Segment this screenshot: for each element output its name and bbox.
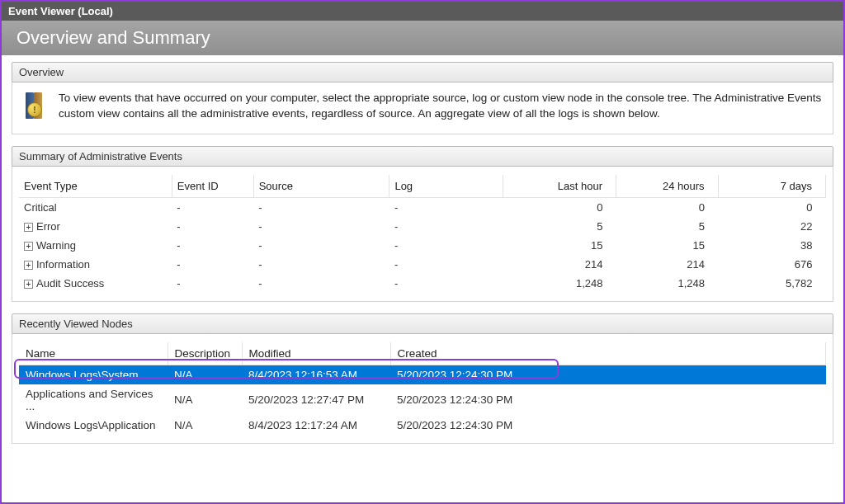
summary-cell: 0 (503, 197, 616, 217)
event-type-label: Critical (24, 201, 57, 214)
summary-cell: 22 (718, 217, 825, 236)
summary-cell: 0 (718, 197, 825, 217)
col-event-id[interactable]: Event ID (172, 175, 253, 198)
overview-book-icon: ! (22, 91, 49, 120)
summary-cell: - (389, 236, 503, 255)
recent-cell: N/A (168, 384, 242, 416)
col-7-days[interactable]: 7 days (718, 175, 825, 198)
summary-cell: 676 (718, 255, 825, 274)
page-header: Overview and Summary (2, 21, 843, 55)
recent-row[interactable]: Windows Logs\SystemN/A8/4/2023 12:16:53 … (19, 365, 826, 384)
summary-cell: 15 (616, 236, 718, 255)
summary-cell: - (389, 197, 503, 217)
overview-body: ! To view events that have occurred on y… (12, 82, 833, 134)
recent-section: Recently Viewed Nodes Name Description M… (12, 313, 833, 444)
recent-header-row: Name Description Modified Created (19, 342, 826, 365)
window-titlebar: Event Viewer (Local) (2, 2, 843, 21)
summary-cell: - (389, 255, 503, 274)
col-log[interactable]: Log (389, 175, 503, 198)
recent-cell: Windows Logs\Application (19, 416, 168, 435)
summary-section: Summary of Administrative Events Event T… (12, 146, 833, 302)
recent-body: Name Description Modified Created Window… (12, 334, 833, 444)
recent-cell: 5/20/2023 12:27:47 PM (242, 384, 390, 416)
col-24-hours[interactable]: 24 hours (616, 175, 718, 198)
recent-cell: N/A (168, 365, 242, 384)
summary-cell: - (253, 197, 389, 217)
summary-cell: 38 (718, 236, 825, 255)
summary-section-header: Summary of Administrative Events (12, 146, 833, 167)
summary-table: Event Type Event ID Source Log Last hour… (19, 175, 826, 293)
expand-icon[interactable]: + (24, 242, 33, 251)
summary-cell: 214 (503, 255, 616, 274)
summary-cell: - (253, 236, 389, 255)
recent-cell: Applications and Services ... (19, 384, 168, 416)
summary-header-row: Event Type Event ID Source Log Last hour… (19, 175, 826, 198)
summary-row[interactable]: Critical---000 (19, 197, 826, 217)
recent-title: Recently Viewed Nodes (19, 318, 133, 330)
summary-row[interactable]: +Error---5522 (19, 217, 826, 236)
summary-row[interactable]: +Warning---151538 (19, 236, 826, 255)
col-event-type[interactable]: Event Type (19, 175, 172, 198)
col-description[interactable]: Description (168, 342, 242, 365)
summary-cell: - (172, 274, 253, 293)
summary-cell: - (172, 217, 253, 236)
summary-cell: - (172, 255, 253, 274)
summary-cell: 5 (616, 217, 718, 236)
overview-section: Overview ! To view events that have occu… (12, 62, 833, 134)
summary-row[interactable]: +Information---214214676 (19, 255, 826, 274)
summary-row[interactable]: +Audit Success---1,2481,2485,782 (19, 274, 826, 293)
summary-cell: 5,782 (718, 274, 825, 293)
summary-cell: - (253, 217, 389, 236)
overview-section-header: Overview (12, 62, 833, 82)
recent-cell: 8/4/2023 12:16:53 AM (242, 365, 390, 384)
event-type-label: Warning (36, 239, 76, 252)
summary-cell: 5 (503, 217, 616, 236)
overview-text: To view events that have occurred on you… (59, 91, 823, 122)
summary-body: Event Type Event ID Source Log Last hour… (12, 167, 833, 302)
event-type-label: Error (36, 220, 60, 233)
expand-icon[interactable]: + (24, 223, 33, 232)
col-modified[interactable]: Modified (242, 342, 390, 365)
summary-cell: 1,248 (616, 274, 718, 293)
summary-cell: - (389, 274, 503, 293)
summary-cell: - (172, 197, 253, 217)
expand-icon[interactable]: + (24, 261, 33, 270)
recent-cell: N/A (168, 416, 242, 435)
expand-icon[interactable]: + (24, 280, 33, 289)
col-last-hour[interactable]: Last hour (503, 175, 616, 198)
recent-cell: 8/4/2023 12:17:24 AM (242, 416, 390, 435)
recent-row[interactable]: Windows Logs\ApplicationN/A8/4/2023 12:1… (19, 416, 826, 435)
event-type-label: Information (36, 258, 90, 271)
summary-cell: - (253, 255, 389, 274)
col-name[interactable]: Name (19, 342, 168, 365)
recent-cell: Windows Logs\System (19, 365, 168, 384)
summary-cell: 15 (503, 236, 616, 255)
window-title: Event Viewer (Local) (8, 5, 113, 17)
recent-cell: 5/20/2023 12:24:30 PM (390, 416, 826, 435)
summary-cell: - (172, 236, 253, 255)
page-title: Overview and Summary (17, 27, 210, 48)
summary-title: Summary of Administrative Events (19, 150, 182, 163)
recent-table: Name Description Modified Created Window… (19, 342, 826, 435)
summary-cell: 0 (616, 197, 718, 217)
col-created[interactable]: Created (390, 342, 826, 365)
recent-row[interactable]: Applications and Services ...N/A5/20/202… (19, 384, 826, 416)
recent-section-header: Recently Viewed Nodes (12, 313, 833, 334)
summary-cell: - (389, 217, 503, 236)
col-source[interactable]: Source (253, 175, 389, 198)
event-type-label: Audit Success (36, 277, 104, 290)
recent-cell: 5/20/2023 12:24:30 PM (390, 365, 826, 384)
summary-cell: - (253, 274, 389, 293)
overview-title: Overview (19, 66, 64, 78)
recent-cell: 5/20/2023 12:24:30 PM (390, 384, 826, 416)
summary-cell: 1,248 (503, 274, 616, 293)
summary-cell: 214 (616, 255, 718, 274)
